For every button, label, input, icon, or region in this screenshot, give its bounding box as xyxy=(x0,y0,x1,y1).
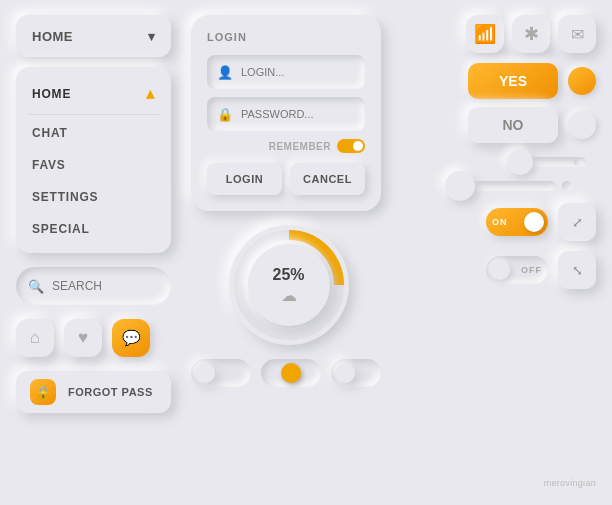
slider-2-dot xyxy=(562,181,572,191)
search-icon: 🔍 xyxy=(28,279,44,294)
mail-icon: ✉ xyxy=(571,25,584,44)
menu-item-favs[interactable]: FAVS xyxy=(16,149,171,181)
yes-label: YES xyxy=(499,73,527,89)
off-knob xyxy=(490,260,510,280)
slider-2-area xyxy=(396,181,596,191)
login-box: LOGIN 👤 🔒 REMEMBER LOGIN CANCEL xyxy=(191,15,381,211)
chevron-up-icon: ▴ xyxy=(146,84,155,103)
slider-2-knob[interactable] xyxy=(445,171,475,201)
expand-icon-button[interactable]: ⤢ xyxy=(558,203,596,241)
remember-label: REMEMBER xyxy=(269,141,331,152)
lock-icon: 🔒 xyxy=(30,379,56,405)
login-input[interactable] xyxy=(241,66,355,78)
progress-inner: 25% ☁ xyxy=(248,244,330,326)
dropdown-closed[interactable]: HOME ▾ xyxy=(16,15,171,57)
icon-button-row: ⌂ ♥ 💬 xyxy=(16,319,176,357)
slider-1-track xyxy=(396,157,586,167)
bluetooth-icon: ✱ xyxy=(524,23,539,45)
menu-item-chat[interactable]: CHAT xyxy=(16,117,171,149)
toggle-knob-2 xyxy=(281,363,301,383)
wifi-icon: 📶 xyxy=(474,23,496,45)
toggle-switch-1[interactable] xyxy=(191,359,251,387)
off-dot[interactable] xyxy=(568,111,596,139)
slider-end-dot xyxy=(574,158,582,166)
dropdown-header-label: HOME xyxy=(32,87,71,101)
expand-icon: ⤢ xyxy=(572,215,583,230)
yes-button[interactable]: YES xyxy=(468,63,558,99)
heart-icon-button[interactable]: ♥ xyxy=(64,319,102,357)
login-title: LOGIN xyxy=(207,31,365,43)
login-button-row: LOGIN CANCEL xyxy=(207,163,365,195)
forgot-pass-button[interactable]: 🔒 FORGOT PASS xyxy=(16,371,171,413)
login-button[interactable]: LOGIN xyxy=(207,163,282,195)
progress-percent: 25% xyxy=(272,266,304,284)
chevron-down-icon: ▾ xyxy=(148,29,156,44)
collapse-icon: ⤡ xyxy=(572,263,583,278)
cloud-icon: ☁ xyxy=(281,286,297,305)
search-box[interactable]: 🔍 xyxy=(16,267,171,305)
dropdown-closed-label: HOME xyxy=(32,29,73,44)
column-1: HOME ▾ HOME ▴ CHAT FAVS SETTINGS SPECIAL… xyxy=(16,15,176,413)
cancel-button[interactable]: CANCEL xyxy=(290,163,365,195)
search-input[interactable] xyxy=(52,279,159,293)
chat-icon-button[interactable]: 💬 xyxy=(112,319,150,357)
toggle-knob-3 xyxy=(335,363,355,383)
column-3: 📶 ✱ ✉ YES NO xyxy=(396,15,596,289)
toggle-switch-2[interactable] xyxy=(261,359,321,387)
no-button[interactable]: NO xyxy=(468,107,558,143)
watermark: merovingian xyxy=(544,478,596,488)
password-input[interactable] xyxy=(241,108,355,120)
remember-row: REMEMBER xyxy=(207,139,365,153)
column-2: LOGIN 👤 🔒 REMEMBER LOGIN CANCEL xyxy=(191,15,386,387)
progress-circle: 25% ☁ xyxy=(229,225,349,345)
mail-icon-button[interactable]: ✉ xyxy=(558,15,596,53)
on-toggle[interactable]: ON xyxy=(486,208,548,236)
dropdown-header[interactable]: HOME ▴ xyxy=(16,75,171,112)
divider xyxy=(28,114,159,115)
on-label: ON xyxy=(492,217,508,227)
no-row: NO xyxy=(396,107,596,143)
off-label: OFF xyxy=(521,265,542,275)
toggles-row xyxy=(191,359,386,387)
menu-item-special[interactable]: SPECIAL xyxy=(16,213,171,245)
menu-item-settings[interactable]: SETTINGS xyxy=(16,181,171,213)
slider-1-fill xyxy=(396,157,520,167)
top-icon-row: 📶 ✱ ✉ xyxy=(396,15,596,53)
no-label: NO xyxy=(503,117,524,133)
remember-toggle[interactable] xyxy=(337,139,365,153)
login-input-row: 👤 xyxy=(207,55,365,89)
collapse-icon-button[interactable]: ⤡ xyxy=(558,251,596,289)
progress-area: 25% ☁ xyxy=(191,225,386,345)
password-input-row: 🔒 xyxy=(207,97,365,131)
forgot-pass-label: FORGOT PASS xyxy=(68,386,153,398)
toggle-switch-3[interactable] xyxy=(331,359,381,387)
slider-2-track xyxy=(396,181,556,191)
wifi-icon-button[interactable]: 📶 xyxy=(466,15,504,53)
off-toggle[interactable]: OFF xyxy=(486,256,548,284)
slider-1-knob[interactable] xyxy=(507,149,533,175)
toggle-knob-1 xyxy=(195,363,215,383)
bluetooth-icon-button[interactable]: ✱ xyxy=(512,15,550,53)
slider-1-area xyxy=(396,157,596,167)
user-icon: 👤 xyxy=(217,65,233,80)
home-icon-button[interactable]: ⌂ xyxy=(16,319,54,357)
on-knob xyxy=(524,212,544,232)
on-dot[interactable] xyxy=(568,67,596,95)
dropdown-open: HOME ▴ CHAT FAVS SETTINGS SPECIAL xyxy=(16,67,171,253)
lock-input-icon: 🔒 xyxy=(217,107,233,122)
